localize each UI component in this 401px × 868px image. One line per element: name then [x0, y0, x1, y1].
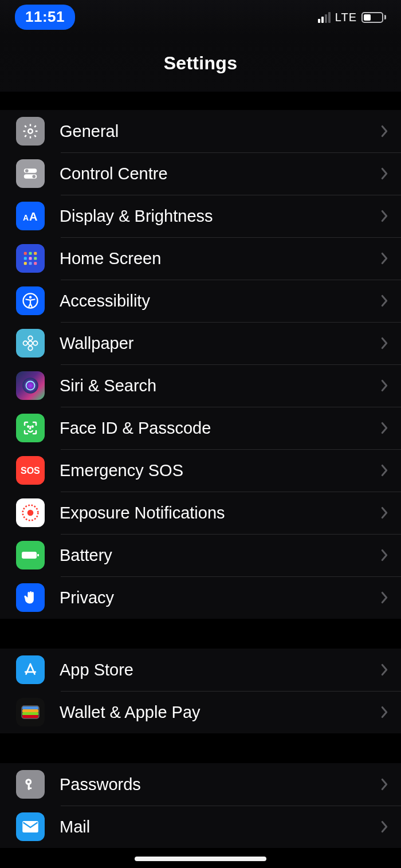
chevron-right-icon [380, 125, 388, 138]
status-bar: 11:51 LTE [0, 0, 401, 34]
chevron-right-icon [380, 549, 388, 561]
chevron-right-icon [380, 591, 388, 604]
svg-rect-10 [24, 257, 27, 260]
settings-row-app-store[interactable]: App Store [0, 649, 401, 691]
group-separator [0, 92, 401, 110]
svg-point-26 [32, 426, 33, 427]
battery-icon [361, 12, 386, 23]
settings-row-display-brightness[interactable]: AADisplay & Brightness [0, 195, 401, 237]
accessibility-icon [16, 286, 45, 315]
network-label: LTE [335, 11, 357, 24]
settings-row-home-screen[interactable]: Home Screen [0, 237, 401, 280]
settings-group: PasswordsMail [0, 763, 401, 848]
svg-text:SOS: SOS [21, 466, 40, 476]
svg-point-21 [23, 341, 28, 345]
svg-point-4 [32, 175, 36, 178]
row-label: Mail [60, 818, 380, 836]
chevron-right-icon [380, 337, 388, 349]
text-size-icon: AA [16, 202, 45, 230]
svg-point-19 [28, 336, 33, 341]
group-separator [0, 619, 401, 649]
svg-point-29 [27, 510, 34, 516]
svg-rect-9 [34, 252, 37, 255]
row-label: Passwords [60, 775, 380, 794]
settings-group: App StoreWallet & Apple Pay [0, 649, 401, 733]
settings-row-wallet[interactable]: Wallet & Apple Pay [0, 691, 401, 733]
svg-text:A: A [29, 210, 37, 223]
chevron-right-icon [380, 820, 388, 833]
settings-row-exposure[interactable]: Exposure Notifications [0, 492, 401, 534]
app-grid-icon [16, 244, 45, 273]
page-title: Settings [164, 53, 238, 74]
cell-signal-icon [318, 12, 331, 23]
sos-icon: SOS [16, 456, 45, 485]
svg-point-0 [28, 129, 33, 133]
row-label: Face ID & Passcode [60, 419, 380, 438]
chevron-right-icon [380, 422, 388, 434]
hand-icon [16, 583, 45, 612]
home-indicator[interactable] [135, 857, 266, 861]
settings-row-sos[interactable]: SOSEmergency SOS [0, 449, 401, 492]
key-icon [16, 770, 45, 799]
chevron-right-icon [380, 210, 388, 222]
svg-point-17 [29, 296, 32, 299]
settings-row-battery[interactable]: Battery [0, 534, 401, 576]
svg-rect-12 [34, 257, 37, 260]
row-label: Control Centre [60, 164, 380, 183]
settings-row-faceid[interactable]: Face ID & Passcode [0, 407, 401, 449]
settings-row-control-centre[interactable]: Control Centre [0, 152, 401, 195]
svg-point-18 [28, 341, 33, 345]
settings-row-passwords[interactable]: Passwords [0, 763, 401, 806]
settings-row-general[interactable]: General [0, 110, 401, 152]
gear-icon [16, 117, 45, 146]
svg-rect-8 [29, 252, 32, 255]
chevron-right-icon [380, 167, 388, 180]
row-label: General [60, 122, 380, 141]
group-separator [0, 733, 401, 763]
row-label: Privacy [60, 588, 380, 607]
svg-rect-15 [34, 262, 37, 265]
settings-row-siri[interactable]: Siri & Search [0, 364, 401, 407]
svg-rect-35 [22, 715, 38, 718]
row-label: Wallpaper [60, 334, 380, 353]
settings-row-wallpaper[interactable]: Wallpaper [0, 322, 401, 364]
svg-rect-40 [28, 787, 32, 789]
row-label: Siri & Search [60, 376, 380, 395]
chevron-right-icon [380, 706, 388, 718]
row-label: Home Screen [60, 249, 380, 268]
svg-point-38 [27, 781, 30, 783]
toggles-icon [16, 159, 45, 188]
svg-rect-14 [29, 262, 32, 265]
svg-rect-11 [29, 257, 32, 260]
row-label: Display & Brightness [60, 207, 380, 226]
time-pill[interactable]: 11:51 [15, 5, 75, 30]
svg-rect-7 [24, 252, 27, 255]
chevron-right-icon [380, 506, 388, 519]
chevron-right-icon [380, 464, 388, 477]
settings-row-privacy[interactable]: Privacy [0, 576, 401, 619]
flower-icon [16, 329, 45, 358]
row-label: App Store [60, 661, 380, 680]
wallet-icon [16, 698, 45, 726]
svg-point-25 [27, 426, 29, 427]
svg-rect-31 [37, 554, 39, 556]
svg-point-22 [33, 341, 38, 345]
settings-row-accessibility[interactable]: Accessibility [0, 280, 401, 322]
appstore-icon [16, 655, 45, 684]
row-label: Exposure Notifications [60, 504, 380, 523]
settings-group: GeneralControl CentreAADisplay & Brightn… [0, 110, 401, 619]
settings-row-mail[interactable]: Mail [0, 806, 401, 848]
chevron-right-icon [380, 252, 388, 265]
svg-rect-13 [24, 262, 27, 265]
siri-icon [16, 371, 45, 400]
svg-point-23 [22, 378, 38, 394]
row-label: Battery [60, 546, 380, 565]
status-right: LTE [318, 11, 386, 24]
exposure-icon [16, 498, 45, 527]
svg-rect-30 [22, 552, 37, 559]
row-label: Emergency SOS [60, 461, 380, 480]
svg-point-2 [25, 169, 29, 172]
chevron-right-icon [380, 294, 388, 307]
svg-text:A: A [23, 213, 29, 222]
chevron-right-icon [380, 663, 388, 676]
